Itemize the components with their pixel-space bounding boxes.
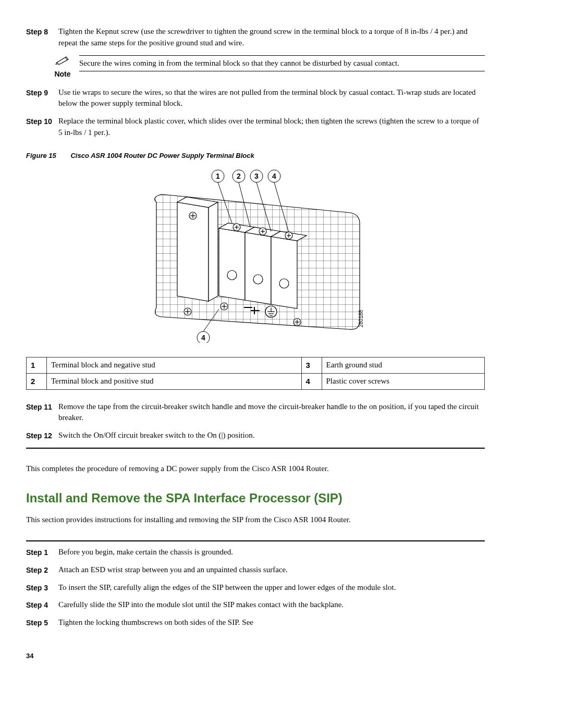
step-text: Before you begin, make certain the chass… xyxy=(58,547,485,558)
step-text: Replace the terminal block plastic cover… xyxy=(58,116,485,139)
step-10: Step 10 Replace the terminal block plast… xyxy=(26,116,485,139)
note-label: Note xyxy=(51,69,74,79)
section-heading: Install and Remove the SPA Interface Pro… xyxy=(26,489,485,508)
step-1: Step 1 Before you begin, make certain th… xyxy=(26,547,485,558)
step-label: Step 11 xyxy=(26,401,58,424)
figure-number: Figure 15 xyxy=(26,151,56,161)
svg-point-3 xyxy=(253,275,263,284)
step-text: Carefully slide the SIP into the module … xyxy=(58,599,485,611)
legend-num: 1 xyxy=(27,357,47,374)
svg-text:3: 3 xyxy=(254,172,259,180)
figure-illustration: 1 2 3 4 4 280188 xyxy=(26,166,485,347)
figure-legend-table: 1 Terminal block and negative stud 3 Ear… xyxy=(26,357,485,390)
figure-image-id: 280188 xyxy=(358,310,364,328)
legend-text: Earth ground stud xyxy=(322,357,485,374)
step-text: Tighten the Kepnut screw (use the screwd… xyxy=(58,26,485,49)
legend-text: Plastic cover screws xyxy=(322,373,485,389)
step-12: Step 12 Switch the On/Off circuit breake… xyxy=(26,430,485,441)
step-11: Step 11 Remove the tape from the circuit… xyxy=(26,401,485,424)
step-3: Step 3 To insert the SIP, carefully alig… xyxy=(26,582,485,594)
table-row: 1 Terminal block and negative stud 3 Ear… xyxy=(27,357,485,374)
divider xyxy=(26,448,485,449)
step-label: Step 10 xyxy=(26,116,58,139)
step-label: Step 2 xyxy=(26,564,58,576)
step-text: Use tie wraps to secure the wires, so th… xyxy=(58,87,485,110)
svg-text:1: 1 xyxy=(216,172,220,180)
svg-text:4: 4 xyxy=(272,172,276,180)
step-label: Step 9 xyxy=(26,87,58,110)
svg-point-4 xyxy=(279,279,289,288)
pencil-icon xyxy=(55,55,70,65)
step-text: Remove the tape from the circuit-breaker… xyxy=(58,401,485,424)
step-text: To insert the SIP, carefully align the e… xyxy=(58,582,485,594)
terminal-block-diagram: 1 2 3 4 4 280188 xyxy=(141,166,370,343)
legend-text: Terminal block and positive stud xyxy=(47,373,302,389)
figure-caption: Figure 15 Cisco ASR 1004 Router DC Power… xyxy=(26,151,485,161)
step-text: Switch the On/Off circuit breaker switch… xyxy=(58,430,485,441)
step-label: Step 5 xyxy=(26,617,58,628)
step-text: Attach an ESD wrist strap between you an… xyxy=(58,564,485,576)
legend-text: Terminal block and negative stud xyxy=(47,357,302,374)
step-text: Tighten the locking thumbscrews on both … xyxy=(58,617,485,628)
step-label: Step 3 xyxy=(26,582,58,594)
figure-title: Cisco ASR 1004 Router DC Power Supply Te… xyxy=(70,152,254,159)
svg-text:2: 2 xyxy=(237,172,241,180)
closing-paragraph: This completes the procedure of removing… xyxy=(26,463,485,475)
step-label: Step 12 xyxy=(26,430,58,441)
section-intro: This section provides instructions for i… xyxy=(26,514,485,526)
note-block: Note Secure the wires coming in from the… xyxy=(51,55,485,80)
legend-num: 4 xyxy=(301,373,322,389)
step-9: Step 9 Use tie wraps to secure the wires… xyxy=(26,87,485,110)
legend-num: 3 xyxy=(301,357,322,374)
step-5: Step 5 Tighten the locking thumbscrews o… xyxy=(26,617,485,628)
step-label: Step 8 xyxy=(26,26,58,49)
svg-point-2 xyxy=(227,270,237,280)
step-4: Step 4 Carefully slide the SIP into the … xyxy=(26,599,485,611)
step-label: Step 4 xyxy=(26,599,58,611)
step-2: Step 2 Attach an ESD wrist strap between… xyxy=(26,564,485,576)
legend-num: 2 xyxy=(27,373,47,389)
step-8: Step 8 Tighten the Kepnut screw (use the… xyxy=(26,26,485,49)
svg-text:4: 4 xyxy=(201,334,205,342)
divider xyxy=(26,540,485,541)
note-text: Secure the wires coming in from the term… xyxy=(79,55,485,72)
table-row: 2 Terminal block and positive stud 4 Pla… xyxy=(27,373,485,389)
note-icon-wrap: Note xyxy=(51,55,74,80)
step-label: Step 1 xyxy=(26,547,58,558)
page-number: 34 xyxy=(26,651,485,661)
